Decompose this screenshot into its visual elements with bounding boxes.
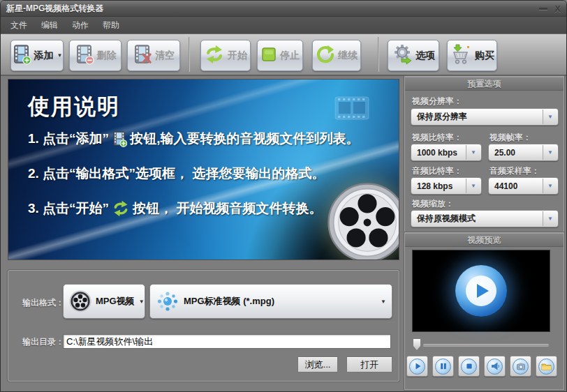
cart-icon [450, 44, 472, 68]
resolution-value: 保持原分辨率 [411, 111, 467, 123]
player-controls [406, 356, 563, 377]
instruction-step-2: 2. 点击“输出格式”选项框， 选择您要输出的格式。 [28, 165, 325, 183]
stop-label: 停止 [280, 50, 300, 62]
video-scale-label: 视频缩放： [412, 198, 454, 210]
chevron-down-icon[interactable]: ▼ [466, 179, 480, 193]
seek-thumb[interactable] [413, 339, 420, 350]
buy-label: 购买 [475, 50, 494, 62]
framerate-value: 25.00 [489, 148, 515, 158]
chevron-down-icon[interactable]: ▼ [543, 110, 557, 124]
gear-icon [392, 44, 413, 68]
start-sync-inline-icon [112, 200, 130, 217]
remove-button[interactable]: 删除 [69, 40, 122, 71]
menu-file[interactable]: 文件 [5, 17, 33, 33]
toolbar-separator [378, 37, 379, 72]
film-add-inline-icon [112, 130, 127, 148]
browse-button[interactable]: 浏览... [297, 356, 338, 372]
audio-bitrate-select[interactable]: 128 kbps ▼ [411, 177, 482, 195]
framerate-select[interactable]: 25.00 ▼ [488, 144, 559, 161]
title-bar: 新星-MPG视频格式转换器 X [1, 1, 566, 17]
clear-button[interactable]: 清空 [127, 40, 180, 71]
reel-icon [69, 290, 91, 312]
filmstrip-watermark-icon [334, 96, 369, 123]
audio-bitrate-label: 音频比特率： [412, 165, 462, 177]
framerate-label: 视频帧率： [489, 132, 531, 144]
chevron-down-icon[interactable]: ▼ [543, 179, 557, 193]
samplerate-select[interactable]: 44100 ▼ [488, 177, 559, 195]
film-remove-icon [75, 44, 94, 68]
remove-label: 删除 [97, 50, 117, 62]
preview-pause-button[interactable] [432, 356, 454, 377]
app-window: 新星-MPG视频格式转换器 X 文件 编辑 动作 帮助 添加 ▼ [0, 0, 567, 392]
preview-mute-button[interactable] [484, 356, 506, 377]
toolbar: 添加 ▼ 删除 [1, 33, 566, 76]
options-label: 选项 [415, 50, 435, 62]
start-button[interactable]: 开始 [200, 40, 251, 71]
chevron-down-icon[interactable]: ▼ [543, 145, 557, 160]
output-profile-select[interactable]: MPG标准视频 (*.mpg) ▼ [149, 284, 392, 319]
preview-play-button[interactable] [406, 356, 428, 377]
chevron-down-icon: ▼ [139, 299, 145, 305]
preview-stop-button[interactable] [458, 356, 480, 377]
buy-button[interactable]: 购买 [447, 40, 497, 71]
preset-group-title: 预置选项 [405, 77, 564, 91]
video-preview-group: 视频预览 [404, 232, 564, 390]
film-reel-graphic [326, 181, 399, 260]
toolbar-separator [189, 37, 190, 72]
resolution-label: 视频分辨率： [412, 96, 462, 107]
play-icon [409, 359, 425, 375]
add-caret-icon: ▼ [57, 52, 63, 59]
close-icon[interactable]: X [554, 4, 561, 13]
output-dir-input[interactable] [63, 334, 391, 349]
molecule-icon [156, 289, 179, 313]
samplerate-label: 音频采样率： [489, 165, 540, 177]
video-bitrate-label: 视频比特率： [412, 132, 462, 144]
step1-text-pre: 1. 点击“添加” [28, 130, 109, 148]
clear-label: 清空 [155, 50, 175, 62]
add-label: 添加 [34, 50, 54, 62]
minimize-icon[interactable] [539, 8, 547, 10]
speaker-icon [487, 359, 503, 375]
seek-bar [412, 339, 550, 352]
stop-icon [461, 359, 477, 375]
menu-edit[interactable]: 编辑 [36, 17, 64, 33]
film-add-icon [12, 44, 31, 68]
instruction-step-1: 1. 点击“添加” 按钮,输入要转换的音视频文件到列表。 [28, 130, 359, 148]
preview-snapshot-button[interactable] [510, 356, 531, 377]
output-format-value: MPG视频 [96, 295, 135, 308]
output-format-label: 输出格式： [22, 297, 64, 309]
stop-square-icon [260, 46, 277, 66]
video-bitrate-value: 1000 kbps [411, 148, 457, 158]
video-bitrate-select[interactable]: 1000 kbps ▼ [411, 144, 482, 161]
player-logo-icon [455, 265, 507, 317]
film-clear-icon [133, 44, 152, 68]
resume-button[interactable]: 继续 [312, 40, 361, 71]
window-title: 新星-MPG视频格式转换器 [6, 3, 103, 15]
open-button[interactable]: 打开 [346, 356, 392, 372]
camera-icon [513, 359, 529, 375]
preview-group-title: 视频预览 [405, 233, 564, 247]
output-dir-label: 输出目录： [22, 336, 64, 348]
step1-text-post: 按钮,输入要转换的音视频文件到列表。 [130, 130, 359, 148]
add-button[interactable]: 添加 ▼ [10, 40, 64, 71]
video-scale-value: 保持原视频模式 [411, 213, 476, 225]
audio-bitrate-value: 128 kbps [411, 181, 452, 191]
stop-button[interactable]: 停止 [257, 40, 303, 71]
seek-track[interactable] [423, 344, 549, 346]
chevron-down-icon[interactable]: ▼ [466, 145, 480, 160]
chevron-down-icon[interactable]: ▼ [543, 211, 557, 226]
menu-action[interactable]: 动作 [66, 17, 94, 33]
menu-bar: 文件 编辑 动作 帮助 [1, 17, 566, 33]
pause-icon [435, 359, 451, 375]
options-button[interactable]: 选项 [388, 40, 439, 71]
preview-folder-button[interactable] [536, 356, 557, 377]
chevron-down-icon: ▼ [381, 299, 386, 305]
resolution-select[interactable]: 保持原分辨率 ▼ [411, 108, 559, 126]
output-format-select[interactable]: MPG视频 ▼ [63, 284, 145, 319]
video-preview-screen [412, 250, 550, 332]
start-label: 开始 [228, 50, 247, 62]
resume-label: 继续 [338, 50, 358, 62]
video-scale-select[interactable]: 保持原视频模式 ▼ [411, 210, 559, 227]
resume-arrow-icon [316, 45, 335, 67]
menu-help[interactable]: 帮助 [97, 17, 125, 33]
